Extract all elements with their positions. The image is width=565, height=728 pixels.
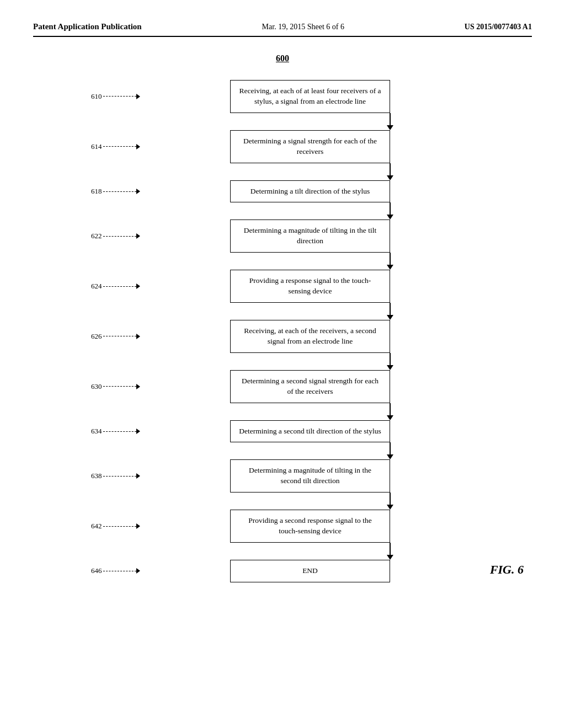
date-sheet-label: Mar. 19, 2015 Sheet 6 of 6 xyxy=(262,23,344,31)
flowchart-box-634: Determining a second tilt direction of t… xyxy=(230,420,390,443)
step-row-630: 630Determining a second signal strength … xyxy=(61,370,559,403)
dashed-connector-638 xyxy=(103,476,136,477)
dashed-connector-626 xyxy=(103,336,136,336)
patent-number-label: US 2015/0077403 A1 xyxy=(465,23,532,31)
arrow-head-630 xyxy=(136,384,140,389)
v-arrow-638 xyxy=(387,493,393,510)
flowchart-box-642: Providing a second response signal to th… xyxy=(230,510,390,543)
dashed-connector-642 xyxy=(103,526,136,527)
dashed-connector-630 xyxy=(103,386,136,387)
step-label-634: 634 xyxy=(91,427,102,436)
arrow-head-624 xyxy=(136,283,140,289)
step-row-642: 642Providing a second response signal to… xyxy=(61,510,559,543)
arrow-head-634 xyxy=(136,429,140,434)
dashed-connector-614 xyxy=(103,146,136,147)
arrow-head-622 xyxy=(136,233,140,239)
step-label-622: 622 xyxy=(91,232,102,240)
v-arrow-626 xyxy=(387,353,393,370)
v-arrow-630 xyxy=(387,403,393,420)
fig-label: FIG. 6 xyxy=(490,563,524,577)
step-label-642: 642 xyxy=(91,522,102,531)
v-arrow-614 xyxy=(387,163,393,180)
dashed-connector-610 xyxy=(103,96,136,97)
flowchart-box-638: Determining a magnitude of tilting in th… xyxy=(230,459,390,493)
flowchart-box-630: Determining a second signal strength for… xyxy=(230,370,390,403)
dashed-connector-634 xyxy=(103,431,136,432)
arrow-head-618 xyxy=(136,189,140,194)
step-row-610: 610Receiving, at each of at least four r… xyxy=(61,80,559,113)
publication-label: Patent Application Publication xyxy=(33,22,142,31)
v-arrow-622 xyxy=(387,253,393,270)
arrow-head-642 xyxy=(136,523,140,529)
step-label-614: 614 xyxy=(91,142,102,151)
step-label-626: 626 xyxy=(91,332,102,341)
step-label-610: 610 xyxy=(91,92,102,101)
step-row-626: 626Receiving, at each of the receivers, … xyxy=(61,320,559,353)
step-row-622: 622Determining a magnitude of tilting in… xyxy=(61,220,559,253)
flowchart-box-618: Determining a tilt direction of the styl… xyxy=(230,180,390,203)
step-row-624: 624Providing a response signal to the to… xyxy=(61,270,559,303)
step-label-638: 638 xyxy=(91,472,102,480)
arrow-head-638 xyxy=(136,473,140,479)
step-row-646: 646END xyxy=(61,560,559,582)
flowchart-box-622: Determining a magnitude of tilting in th… xyxy=(230,220,390,253)
dashed-connector-618 xyxy=(103,191,136,192)
dashed-connector-624 xyxy=(103,286,136,287)
arrow-head-610 xyxy=(136,94,140,99)
step-row-638: 638Determining a magnitude of tilting in… xyxy=(61,459,559,493)
flowchart-box-610: Receiving, at each of at least four rece… xyxy=(230,80,390,113)
v-arrow-634 xyxy=(387,442,393,459)
flowchart-box-646: END xyxy=(230,560,390,582)
dashed-connector-622 xyxy=(103,236,136,237)
step-label-624: 624 xyxy=(91,282,102,291)
step-row-614: 614Determining a signal strength for eac… xyxy=(61,130,559,163)
v-arrow-610 xyxy=(387,113,393,130)
step-label-618: 618 xyxy=(91,187,102,196)
figure-title: 600 xyxy=(33,53,532,63)
step-label-646: 646 xyxy=(91,566,102,575)
page: Patent Application Publication Mar. 19, … xyxy=(0,0,565,728)
arrow-head-614 xyxy=(136,144,140,149)
arrow-head-646 xyxy=(136,568,140,574)
flowchart-box-626: Receiving, at each of the receivers, a s… xyxy=(230,320,390,353)
step-label-630: 630 xyxy=(91,382,102,391)
step-row-634: 634Determining a second tilt direction o… xyxy=(61,420,559,443)
v-arrow-624 xyxy=(387,303,393,320)
step-row-618: 618Determining a tilt direction of the s… xyxy=(61,180,559,203)
v-arrow-618 xyxy=(387,202,393,220)
flowchart-box-624: Providing a response signal to the touch… xyxy=(230,270,390,303)
v-arrow-642 xyxy=(387,543,393,560)
dashed-connector-646 xyxy=(103,571,136,571)
page-header: Patent Application Publication Mar. 19, … xyxy=(33,22,532,37)
flowchart: 610Receiving, at each of at least four r… xyxy=(61,80,559,582)
flowchart-box-614: Determining a signal strength for each o… xyxy=(230,130,390,163)
arrow-head-626 xyxy=(136,334,140,339)
